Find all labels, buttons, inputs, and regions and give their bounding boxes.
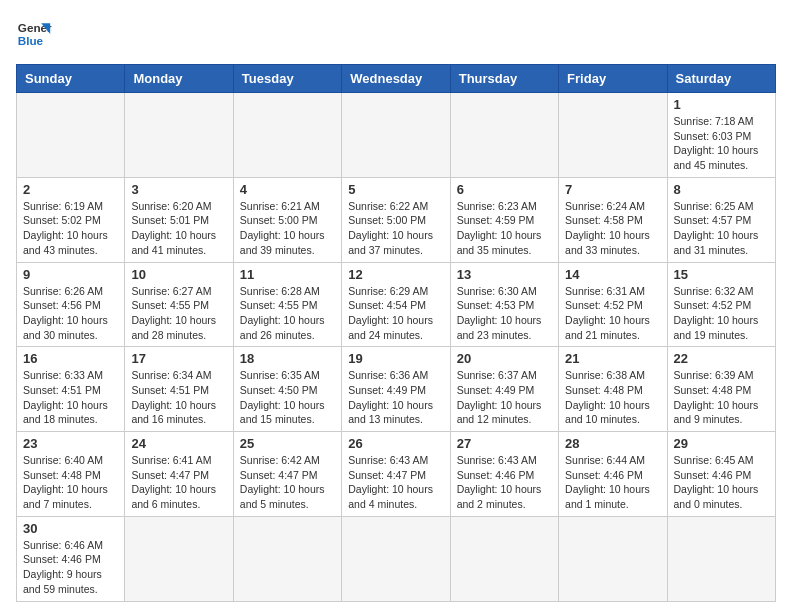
calendar-cell: 20Sunrise: 6:37 AM Sunset: 4:49 PM Dayli…: [450, 347, 558, 432]
calendar-cell: 27Sunrise: 6:43 AM Sunset: 4:46 PM Dayli…: [450, 432, 558, 517]
calendar-cell: 3Sunrise: 6:20 AM Sunset: 5:01 PM Daylig…: [125, 177, 233, 262]
day-info: Sunrise: 6:43 AM Sunset: 4:47 PM Dayligh…: [348, 453, 443, 512]
logo-icon: General Blue: [16, 16, 52, 52]
day-number: 21: [565, 351, 660, 366]
day-number: 14: [565, 267, 660, 282]
day-number: 11: [240, 267, 335, 282]
day-number: 13: [457, 267, 552, 282]
calendar-cell: [125, 516, 233, 601]
calendar-week-row: 1Sunrise: 7:18 AM Sunset: 6:03 PM Daylig…: [17, 93, 776, 178]
day-number: 5: [348, 182, 443, 197]
header-saturday: Saturday: [667, 65, 775, 93]
day-info: Sunrise: 6:27 AM Sunset: 4:55 PM Dayligh…: [131, 284, 226, 343]
calendar-cell: [125, 93, 233, 178]
day-info: Sunrise: 6:37 AM Sunset: 4:49 PM Dayligh…: [457, 368, 552, 427]
logo: General Blue: [16, 16, 52, 52]
calendar-cell: 12Sunrise: 6:29 AM Sunset: 4:54 PM Dayli…: [342, 262, 450, 347]
calendar-table: SundayMondayTuesdayWednesdayThursdayFrid…: [16, 64, 776, 602]
calendar-cell: 6Sunrise: 6:23 AM Sunset: 4:59 PM Daylig…: [450, 177, 558, 262]
day-info: Sunrise: 6:42 AM Sunset: 4:47 PM Dayligh…: [240, 453, 335, 512]
day-number: 17: [131, 351, 226, 366]
day-info: Sunrise: 6:45 AM Sunset: 4:46 PM Dayligh…: [674, 453, 769, 512]
day-info: Sunrise: 6:25 AM Sunset: 4:57 PM Dayligh…: [674, 199, 769, 258]
calendar-cell: 17Sunrise: 6:34 AM Sunset: 4:51 PM Dayli…: [125, 347, 233, 432]
calendar-cell: 30Sunrise: 6:46 AM Sunset: 4:46 PM Dayli…: [17, 516, 125, 601]
calendar-cell: [559, 93, 667, 178]
day-number: 4: [240, 182, 335, 197]
day-info: Sunrise: 6:34 AM Sunset: 4:51 PM Dayligh…: [131, 368, 226, 427]
calendar-week-row: 16Sunrise: 6:33 AM Sunset: 4:51 PM Dayli…: [17, 347, 776, 432]
calendar-cell: [450, 93, 558, 178]
calendar-cell: 2Sunrise: 6:19 AM Sunset: 5:02 PM Daylig…: [17, 177, 125, 262]
calendar-cell: [559, 516, 667, 601]
day-info: Sunrise: 6:40 AM Sunset: 4:48 PM Dayligh…: [23, 453, 118, 512]
day-number: 27: [457, 436, 552, 451]
day-number: 7: [565, 182, 660, 197]
day-info: Sunrise: 6:24 AM Sunset: 4:58 PM Dayligh…: [565, 199, 660, 258]
calendar-cell: 9Sunrise: 6:26 AM Sunset: 4:56 PM Daylig…: [17, 262, 125, 347]
day-number: 30: [23, 521, 118, 536]
calendar-header-row: SundayMondayTuesdayWednesdayThursdayFrid…: [17, 65, 776, 93]
day-info: Sunrise: 6:19 AM Sunset: 5:02 PM Dayligh…: [23, 199, 118, 258]
day-info: Sunrise: 6:43 AM Sunset: 4:46 PM Dayligh…: [457, 453, 552, 512]
day-number: 20: [457, 351, 552, 366]
calendar-cell: 25Sunrise: 6:42 AM Sunset: 4:47 PM Dayli…: [233, 432, 341, 517]
day-number: 26: [348, 436, 443, 451]
calendar-cell: 22Sunrise: 6:39 AM Sunset: 4:48 PM Dayli…: [667, 347, 775, 432]
day-info: Sunrise: 6:29 AM Sunset: 4:54 PM Dayligh…: [348, 284, 443, 343]
header-friday: Friday: [559, 65, 667, 93]
day-number: 3: [131, 182, 226, 197]
header-thursday: Thursday: [450, 65, 558, 93]
calendar-cell: [17, 93, 125, 178]
day-info: Sunrise: 6:36 AM Sunset: 4:49 PM Dayligh…: [348, 368, 443, 427]
calendar-cell: 19Sunrise: 6:36 AM Sunset: 4:49 PM Dayli…: [342, 347, 450, 432]
calendar-cell: [342, 93, 450, 178]
day-info: Sunrise: 6:32 AM Sunset: 4:52 PM Dayligh…: [674, 284, 769, 343]
calendar-cell: 8Sunrise: 6:25 AM Sunset: 4:57 PM Daylig…: [667, 177, 775, 262]
calendar-cell: [233, 516, 341, 601]
day-info: Sunrise: 6:39 AM Sunset: 4:48 PM Dayligh…: [674, 368, 769, 427]
day-number: 2: [23, 182, 118, 197]
day-info: Sunrise: 6:38 AM Sunset: 4:48 PM Dayligh…: [565, 368, 660, 427]
calendar-cell: 23Sunrise: 6:40 AM Sunset: 4:48 PM Dayli…: [17, 432, 125, 517]
day-number: 9: [23, 267, 118, 282]
header-tuesday: Tuesday: [233, 65, 341, 93]
calendar-cell: 1Sunrise: 7:18 AM Sunset: 6:03 PM Daylig…: [667, 93, 775, 178]
day-info: Sunrise: 6:26 AM Sunset: 4:56 PM Dayligh…: [23, 284, 118, 343]
day-number: 24: [131, 436, 226, 451]
day-number: 28: [565, 436, 660, 451]
calendar-cell: 15Sunrise: 6:32 AM Sunset: 4:52 PM Dayli…: [667, 262, 775, 347]
day-number: 25: [240, 436, 335, 451]
calendar-cell: [342, 516, 450, 601]
calendar-cell: 4Sunrise: 6:21 AM Sunset: 5:00 PM Daylig…: [233, 177, 341, 262]
day-number: 18: [240, 351, 335, 366]
calendar-cell: 18Sunrise: 6:35 AM Sunset: 4:50 PM Dayli…: [233, 347, 341, 432]
day-number: 6: [457, 182, 552, 197]
day-info: Sunrise: 6:46 AM Sunset: 4:46 PM Dayligh…: [23, 538, 118, 597]
day-number: 23: [23, 436, 118, 451]
day-info: Sunrise: 6:21 AM Sunset: 5:00 PM Dayligh…: [240, 199, 335, 258]
calendar-cell: 29Sunrise: 6:45 AM Sunset: 4:46 PM Dayli…: [667, 432, 775, 517]
day-info: Sunrise: 6:44 AM Sunset: 4:46 PM Dayligh…: [565, 453, 660, 512]
calendar-cell: 16Sunrise: 6:33 AM Sunset: 4:51 PM Dayli…: [17, 347, 125, 432]
day-number: 15: [674, 267, 769, 282]
calendar-cell: 5Sunrise: 6:22 AM Sunset: 5:00 PM Daylig…: [342, 177, 450, 262]
day-number: 29: [674, 436, 769, 451]
day-info: Sunrise: 6:30 AM Sunset: 4:53 PM Dayligh…: [457, 284, 552, 343]
day-info: Sunrise: 6:33 AM Sunset: 4:51 PM Dayligh…: [23, 368, 118, 427]
calendar-cell: 13Sunrise: 6:30 AM Sunset: 4:53 PM Dayli…: [450, 262, 558, 347]
day-number: 8: [674, 182, 769, 197]
calendar-cell: [233, 93, 341, 178]
calendar-cell: 7Sunrise: 6:24 AM Sunset: 4:58 PM Daylig…: [559, 177, 667, 262]
calendar-cell: 28Sunrise: 6:44 AM Sunset: 4:46 PM Dayli…: [559, 432, 667, 517]
header-sunday: Sunday: [17, 65, 125, 93]
day-info: Sunrise: 6:28 AM Sunset: 4:55 PM Dayligh…: [240, 284, 335, 343]
calendar-week-row: 9Sunrise: 6:26 AM Sunset: 4:56 PM Daylig…: [17, 262, 776, 347]
day-info: Sunrise: 6:41 AM Sunset: 4:47 PM Dayligh…: [131, 453, 226, 512]
calendar-cell: 24Sunrise: 6:41 AM Sunset: 4:47 PM Dayli…: [125, 432, 233, 517]
calendar-cell: [450, 516, 558, 601]
svg-text:Blue: Blue: [18, 34, 44, 47]
day-info: Sunrise: 6:35 AM Sunset: 4:50 PM Dayligh…: [240, 368, 335, 427]
calendar-cell: 26Sunrise: 6:43 AM Sunset: 4:47 PM Dayli…: [342, 432, 450, 517]
day-info: Sunrise: 6:23 AM Sunset: 4:59 PM Dayligh…: [457, 199, 552, 258]
